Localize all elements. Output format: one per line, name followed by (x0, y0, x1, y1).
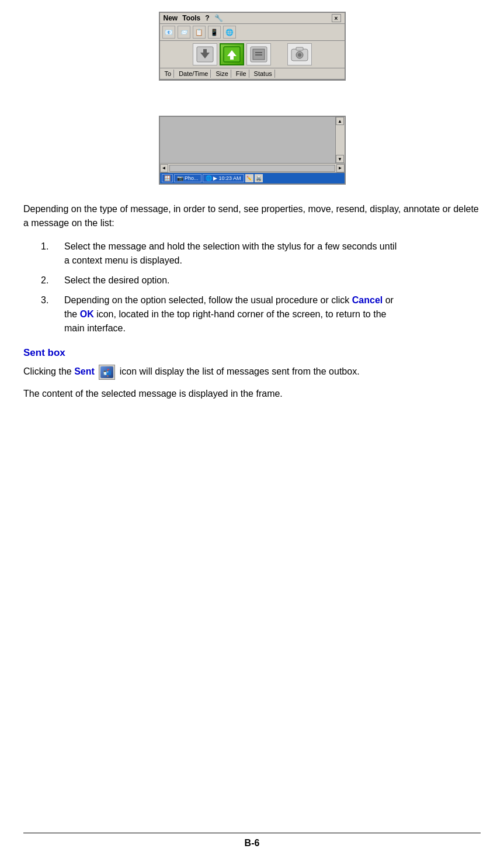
sent-body1-sent-label: Sent (74, 366, 95, 376)
step-3-main: Depending on the option selected, follow… (64, 295, 352, 305)
step-3-line3: main interface. (64, 321, 394, 335)
scroll-thumb[interactable] (169, 165, 335, 172)
titlebar-close-button[interactable]: × (332, 14, 341, 22)
big-icon-camera[interactable] (287, 43, 312, 65)
page-content: New Tools ? 🔧 × 📧 📨 📋 📱 🌐 (23, 12, 481, 525)
step-3-or: or (383, 295, 394, 305)
sent-box-body2: The content of the selected message is d… (23, 387, 481, 401)
step-1-sub: a context menu is displayed. (64, 254, 397, 268)
toolbar-icon-5[interactable]: 🌐 (223, 26, 236, 39)
screen-big-icons-row (160, 41, 345, 68)
sent-icon-graphic: 📬 (103, 369, 112, 377)
step-1-main: Select the message and hold the selectio… (64, 241, 397, 251)
titlebar-help: ? (205, 14, 209, 22)
scroll-up-button[interactable]: ▲ (336, 117, 344, 125)
content-main (160, 117, 335, 163)
taskbar-network-label: ▶ 10:23 AM (213, 175, 241, 181)
sent-body1-prefix: Clicking the (23, 366, 72, 376)
taskbar-item-network[interactable]: 🌐 ▶ 10:23 AM (203, 174, 244, 182)
step-1-number: 1. (41, 240, 64, 268)
step-3-ok-label: OK (80, 309, 94, 319)
sent-box-heading: Sent box (23, 347, 481, 359)
step-3-cancel: Cancel (352, 295, 383, 305)
titlebar-tools: Tools (182, 14, 200, 22)
network-icon: 🌐 (206, 175, 212, 181)
step-1-content: Select the message and hold the selectio… (64, 240, 397, 268)
device-screen-bottom: ▲ ▼ ◄ ► 🪟 📷 Pho... (159, 116, 346, 185)
svg-point-12 (298, 53, 301, 57)
step-3-content: Depending on the option selected, follow… (64, 293, 394, 335)
svg-rect-2 (203, 49, 207, 55)
scroll-down-button[interactable]: ▼ (336, 155, 344, 163)
step-3-number: 3. (41, 293, 64, 335)
taskbar-phone-label: Pho... (185, 175, 199, 181)
step-2-content: Select the desired option. (64, 273, 170, 287)
screen-column-headers: To Date/Time Size File Status (160, 68, 345, 79)
scrollbar-vertical[interactable]: ▲ ▼ (335, 117, 345, 163)
windows-icon: 🪟 (164, 175, 171, 181)
toolbar-icon-1[interactable]: 📧 (162, 26, 175, 39)
scrollbar-horizontal[interactable]: ◄ ► (160, 164, 345, 173)
step-2-main: Select the desired option. (64, 275, 170, 285)
step-1: 1. Select the message and hold the selec… (41, 240, 481, 268)
sent-body1-suffix: icon will display the list of messages s… (120, 366, 360, 376)
sent-icon: 📬 (99, 365, 115, 380)
col-datetime: Date/Time (176, 70, 211, 78)
step-2: 2. Select the desired option. (41, 273, 481, 287)
page-footer: B-6 (23, 833, 481, 848)
bottom-spacer (23, 408, 481, 525)
screen-titlebar: New Tools ? 🔧 × (160, 13, 345, 24)
titlebar-new: New (164, 14, 178, 22)
step-2-number: 2. (41, 273, 64, 287)
big-icon-move[interactable] (246, 43, 271, 65)
screen-toolbar: 📧 📨 📋 📱 🌐 (160, 24, 345, 41)
footer-label: B-6 (245, 838, 260, 848)
svg-rect-5 (230, 54, 234, 60)
steps-list: 1. Select the message and hold the selec… (41, 240, 481, 335)
device-screen-top: New Tools ? 🔧 × 📧 📨 📋 📱 🌐 (159, 12, 346, 81)
titlebar-left: New Tools ? 🔧 (164, 14, 223, 22)
taskbar-printer-icon[interactable]: 🖨️ (255, 174, 263, 182)
screen-taskbar: 🪟 📷 Pho... 🌐 ▶ 10:23 AM ✏️ 🖨️ (160, 173, 345, 183)
taskbar-start-button[interactable]: 🪟 (162, 174, 173, 182)
scroll-left-button[interactable]: ◄ (160, 164, 168, 172)
top-screenshot-container: New Tools ? 🔧 × 📧 📨 📋 📱 🌐 (23, 12, 481, 81)
phone-icon: 📷 (177, 175, 183, 181)
intro-paragraph: Depending on the type of message, in ord… (23, 202, 481, 230)
step-3: 3. Depending on the option selected, fol… (41, 293, 481, 335)
taskbar-item-phone[interactable]: 📷 Pho... (174, 174, 201, 182)
toolbar-icon-3[interactable]: 📋 (193, 26, 206, 39)
titlebar-icon: 🔧 (214, 14, 223, 22)
toolbar-icon-4[interactable]: 📱 (208, 26, 221, 39)
big-icon-send[interactable] (220, 43, 244, 65)
col-file: File (234, 70, 249, 78)
bottom-screenshot-container: ▲ ▼ ◄ ► 🪟 📷 Pho... (23, 116, 481, 185)
taskbar-pencil-icon[interactable]: ✏️ (245, 174, 253, 182)
toolbar-icon-2[interactable]: 📨 (178, 26, 190, 39)
col-to: To (162, 70, 175, 78)
scroll-right-button[interactable]: ► (336, 164, 345, 172)
col-size: Size (213, 70, 231, 78)
screen-content-area: ▲ ▼ (160, 117, 345, 164)
step-3-line2: the OK icon, located in the top right-ha… (64, 307, 394, 321)
big-icon-receive[interactable] (193, 43, 217, 65)
col-status: Status (252, 70, 275, 78)
spacer-1 (23, 92, 481, 116)
sent-box-body1: Clicking the Sent 📬 icon will display th… (23, 365, 481, 380)
svg-rect-13 (296, 47, 303, 50)
